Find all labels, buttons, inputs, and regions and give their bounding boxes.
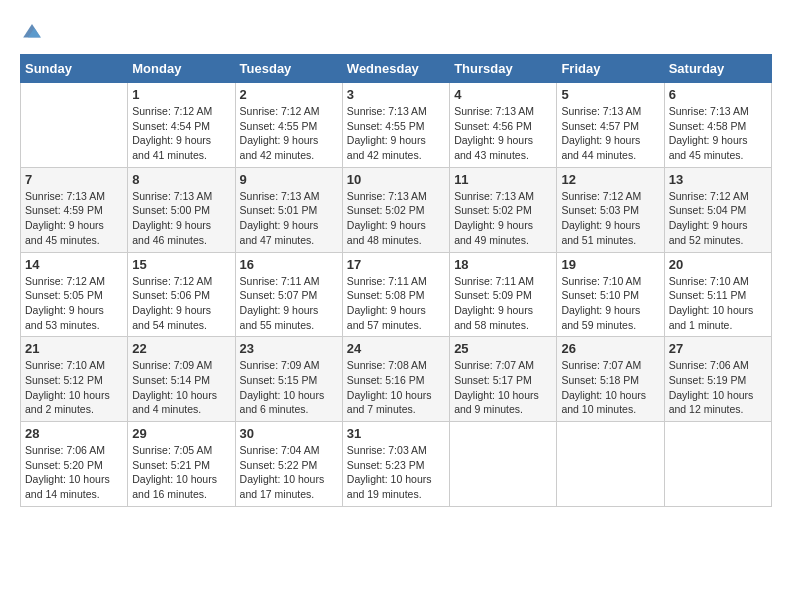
calendar-cell: 2Sunrise: 7:12 AMSunset: 4:55 PMDaylight… bbox=[235, 83, 342, 168]
calendar-cell: 26Sunrise: 7:07 AMSunset: 5:18 PMDayligh… bbox=[557, 337, 664, 422]
calendar-cell: 21Sunrise: 7:10 AMSunset: 5:12 PMDayligh… bbox=[21, 337, 128, 422]
day-info: Sunrise: 7:12 AMSunset: 4:54 PMDaylight:… bbox=[132, 104, 230, 163]
calendar-week-3: 14Sunrise: 7:12 AMSunset: 5:05 PMDayligh… bbox=[21, 252, 772, 337]
day-info: Sunrise: 7:04 AMSunset: 5:22 PMDaylight:… bbox=[240, 443, 338, 502]
calendar-week-4: 21Sunrise: 7:10 AMSunset: 5:12 PMDayligh… bbox=[21, 337, 772, 422]
day-info: Sunrise: 7:13 AMSunset: 4:55 PMDaylight:… bbox=[347, 104, 445, 163]
calendar-cell: 3Sunrise: 7:13 AMSunset: 4:55 PMDaylight… bbox=[342, 83, 449, 168]
calendar-cell: 6Sunrise: 7:13 AMSunset: 4:58 PMDaylight… bbox=[664, 83, 771, 168]
day-number: 1 bbox=[132, 87, 230, 102]
day-number: 12 bbox=[561, 172, 659, 187]
day-number: 17 bbox=[347, 257, 445, 272]
weekday-header-thursday: Thursday bbox=[450, 55, 557, 83]
day-number: 22 bbox=[132, 341, 230, 356]
calendar-cell: 16Sunrise: 7:11 AMSunset: 5:07 PMDayligh… bbox=[235, 252, 342, 337]
day-info: Sunrise: 7:08 AMSunset: 5:16 PMDaylight:… bbox=[347, 358, 445, 417]
calendar-cell: 11Sunrise: 7:13 AMSunset: 5:02 PMDayligh… bbox=[450, 167, 557, 252]
day-number: 4 bbox=[454, 87, 552, 102]
day-info: Sunrise: 7:12 AMSunset: 4:55 PMDaylight:… bbox=[240, 104, 338, 163]
day-info: Sunrise: 7:11 AMSunset: 5:09 PMDaylight:… bbox=[454, 274, 552, 333]
day-number: 6 bbox=[669, 87, 767, 102]
calendar-cell: 12Sunrise: 7:12 AMSunset: 5:03 PMDayligh… bbox=[557, 167, 664, 252]
calendar-cell: 27Sunrise: 7:06 AMSunset: 5:19 PMDayligh… bbox=[664, 337, 771, 422]
day-number: 5 bbox=[561, 87, 659, 102]
day-number: 8 bbox=[132, 172, 230, 187]
calendar-cell: 8Sunrise: 7:13 AMSunset: 5:00 PMDaylight… bbox=[128, 167, 235, 252]
day-info: Sunrise: 7:12 AMSunset: 5:03 PMDaylight:… bbox=[561, 189, 659, 248]
weekday-header-sunday: Sunday bbox=[21, 55, 128, 83]
calendar-cell: 18Sunrise: 7:11 AMSunset: 5:09 PMDayligh… bbox=[450, 252, 557, 337]
day-number: 11 bbox=[454, 172, 552, 187]
day-number: 26 bbox=[561, 341, 659, 356]
day-number: 29 bbox=[132, 426, 230, 441]
day-number: 16 bbox=[240, 257, 338, 272]
day-info: Sunrise: 7:07 AMSunset: 5:17 PMDaylight:… bbox=[454, 358, 552, 417]
day-number: 3 bbox=[347, 87, 445, 102]
calendar-cell bbox=[557, 422, 664, 507]
weekday-header-monday: Monday bbox=[128, 55, 235, 83]
day-info: Sunrise: 7:07 AMSunset: 5:18 PMDaylight:… bbox=[561, 358, 659, 417]
day-number: 19 bbox=[561, 257, 659, 272]
calendar-week-2: 7Sunrise: 7:13 AMSunset: 4:59 PMDaylight… bbox=[21, 167, 772, 252]
day-number: 2 bbox=[240, 87, 338, 102]
day-info: Sunrise: 7:06 AMSunset: 5:20 PMDaylight:… bbox=[25, 443, 123, 502]
weekday-header-saturday: Saturday bbox=[664, 55, 771, 83]
calendar-cell: 29Sunrise: 7:05 AMSunset: 5:21 PMDayligh… bbox=[128, 422, 235, 507]
day-number: 7 bbox=[25, 172, 123, 187]
weekday-header-wednesday: Wednesday bbox=[342, 55, 449, 83]
day-info: Sunrise: 7:11 AMSunset: 5:08 PMDaylight:… bbox=[347, 274, 445, 333]
day-info: Sunrise: 7:05 AMSunset: 5:21 PMDaylight:… bbox=[132, 443, 230, 502]
calendar-cell: 7Sunrise: 7:13 AMSunset: 4:59 PMDaylight… bbox=[21, 167, 128, 252]
page-header bbox=[20, 20, 772, 44]
calendar-body: 1Sunrise: 7:12 AMSunset: 4:54 PMDaylight… bbox=[21, 83, 772, 507]
day-info: Sunrise: 7:12 AMSunset: 5:04 PMDaylight:… bbox=[669, 189, 767, 248]
calendar-cell: 23Sunrise: 7:09 AMSunset: 5:15 PMDayligh… bbox=[235, 337, 342, 422]
calendar-cell bbox=[664, 422, 771, 507]
day-number: 9 bbox=[240, 172, 338, 187]
day-number: 18 bbox=[454, 257, 552, 272]
day-number: 15 bbox=[132, 257, 230, 272]
day-number: 27 bbox=[669, 341, 767, 356]
day-number: 31 bbox=[347, 426, 445, 441]
day-number: 13 bbox=[669, 172, 767, 187]
day-info: Sunrise: 7:12 AMSunset: 5:05 PMDaylight:… bbox=[25, 274, 123, 333]
calendar-cell: 28Sunrise: 7:06 AMSunset: 5:20 PMDayligh… bbox=[21, 422, 128, 507]
calendar-cell: 10Sunrise: 7:13 AMSunset: 5:02 PMDayligh… bbox=[342, 167, 449, 252]
day-number: 24 bbox=[347, 341, 445, 356]
day-info: Sunrise: 7:06 AMSunset: 5:19 PMDaylight:… bbox=[669, 358, 767, 417]
day-info: Sunrise: 7:10 AMSunset: 5:10 PMDaylight:… bbox=[561, 274, 659, 333]
calendar-week-5: 28Sunrise: 7:06 AMSunset: 5:20 PMDayligh… bbox=[21, 422, 772, 507]
weekday-header-friday: Friday bbox=[557, 55, 664, 83]
day-number: 23 bbox=[240, 341, 338, 356]
day-info: Sunrise: 7:10 AMSunset: 5:11 PMDaylight:… bbox=[669, 274, 767, 333]
calendar-cell: 19Sunrise: 7:10 AMSunset: 5:10 PMDayligh… bbox=[557, 252, 664, 337]
day-info: Sunrise: 7:13 AMSunset: 5:02 PMDaylight:… bbox=[454, 189, 552, 248]
day-info: Sunrise: 7:13 AMSunset: 5:00 PMDaylight:… bbox=[132, 189, 230, 248]
day-info: Sunrise: 7:13 AMSunset: 5:02 PMDaylight:… bbox=[347, 189, 445, 248]
logo bbox=[20, 20, 48, 44]
day-number: 20 bbox=[669, 257, 767, 272]
calendar-cell: 14Sunrise: 7:12 AMSunset: 5:05 PMDayligh… bbox=[21, 252, 128, 337]
day-info: Sunrise: 7:13 AMSunset: 4:56 PMDaylight:… bbox=[454, 104, 552, 163]
day-info: Sunrise: 7:03 AMSunset: 5:23 PMDaylight:… bbox=[347, 443, 445, 502]
day-number: 30 bbox=[240, 426, 338, 441]
day-info: Sunrise: 7:10 AMSunset: 5:12 PMDaylight:… bbox=[25, 358, 123, 417]
calendar-cell: 5Sunrise: 7:13 AMSunset: 4:57 PMDaylight… bbox=[557, 83, 664, 168]
day-info: Sunrise: 7:12 AMSunset: 5:06 PMDaylight:… bbox=[132, 274, 230, 333]
day-info: Sunrise: 7:11 AMSunset: 5:07 PMDaylight:… bbox=[240, 274, 338, 333]
day-info: Sunrise: 7:13 AMSunset: 4:59 PMDaylight:… bbox=[25, 189, 123, 248]
calendar-week-1: 1Sunrise: 7:12 AMSunset: 4:54 PMDaylight… bbox=[21, 83, 772, 168]
calendar-cell bbox=[450, 422, 557, 507]
calendar-cell: 9Sunrise: 7:13 AMSunset: 5:01 PMDaylight… bbox=[235, 167, 342, 252]
day-info: Sunrise: 7:13 AMSunset: 4:57 PMDaylight:… bbox=[561, 104, 659, 163]
weekday-header-row: SundayMondayTuesdayWednesdayThursdayFrid… bbox=[21, 55, 772, 83]
day-number: 28 bbox=[25, 426, 123, 441]
calendar-cell: 15Sunrise: 7:12 AMSunset: 5:06 PMDayligh… bbox=[128, 252, 235, 337]
calendar-cell bbox=[21, 83, 128, 168]
calendar-cell: 20Sunrise: 7:10 AMSunset: 5:11 PMDayligh… bbox=[664, 252, 771, 337]
calendar-cell: 4Sunrise: 7:13 AMSunset: 4:56 PMDaylight… bbox=[450, 83, 557, 168]
logo-icon bbox=[20, 20, 44, 44]
day-number: 14 bbox=[25, 257, 123, 272]
day-info: Sunrise: 7:09 AMSunset: 5:15 PMDaylight:… bbox=[240, 358, 338, 417]
day-info: Sunrise: 7:09 AMSunset: 5:14 PMDaylight:… bbox=[132, 358, 230, 417]
